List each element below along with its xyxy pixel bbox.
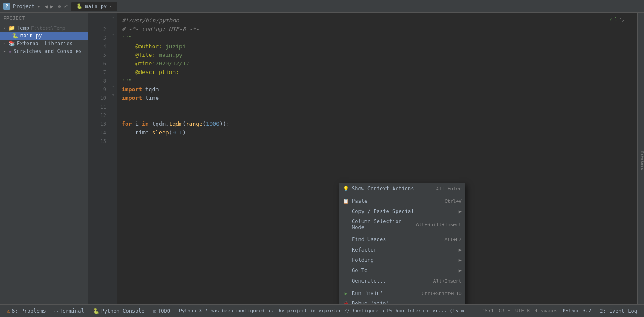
sidebar-item-external-libraries[interactable]: ▸ 📚 External Libraries: [0, 40, 88, 47]
terminal-icon: ▭: [55, 308, 58, 314]
menu-item-show-context-actions[interactable]: 💡 Show Context Actions Alt+Enter: [339, 183, 465, 194]
interpreter[interactable]: Python 3.7: [563, 308, 591, 314]
code-line-9: import tqdm: [122, 85, 637, 94]
menu-item-refactor[interactable]: Refactor ▶: [339, 245, 465, 255]
menu-item-find-usages[interactable]: Find Usages Alt+F7: [339, 234, 465, 245]
menu-separator-3: [339, 287, 465, 287]
project-dropdown-icon[interactable]: ▾: [37, 3, 40, 9]
file-tab-icon: 🐍: [77, 3, 83, 9]
context-actions-icon: 💡: [342, 185, 349, 192]
gutter-fold-10[interactable]: ▿: [110, 90, 117, 99]
python-console-label: Python Console: [101, 308, 145, 314]
status-bar: ⚠ 6: Problems ▭ Terminal 🐍 Python Consol…: [0, 304, 644, 317]
status-message: Python 3.7 has been configured as the pr…: [176, 308, 481, 314]
editor-tab-main-py[interactable]: 🐍 main.py ✕: [71, 2, 117, 11]
menu-item-find-usages-label: Find Usages: [352, 236, 441, 242]
menu-item-run-main[interactable]: ▶ Run 'main' Ctrl+Shift+F10: [339, 288, 465, 298]
code-line-12: [122, 111, 637, 120]
find-usages-icon: [342, 236, 349, 243]
column-selection-icon: [342, 221, 349, 228]
menu-item-folding[interactable]: Folding ▶: [339, 255, 465, 265]
title-bar-left: P Project ▾ ◀ ▶ ⚙ ⤢: [3, 3, 68, 10]
maximize-icon[interactable]: ⤢: [64, 3, 68, 9]
refactor-icon: [342, 246, 349, 253]
far-right-database-label[interactable]: Database: [640, 151, 644, 170]
encoding[interactable]: UTF-8: [515, 308, 530, 314]
gutter-fold-6: [110, 56, 117, 65]
menu-item-show-context-actions-shortcut: Alt+Enter: [436, 186, 462, 192]
code-line-4: @author: juzipi: [122, 42, 637, 51]
sidebar-item-main-py-label: main.py: [20, 33, 42, 39]
scratches-icon: ✏: [9, 48, 12, 54]
python-console-icon: 🐍: [93, 308, 99, 314]
tab-filename: main.py: [85, 3, 107, 9]
menu-item-show-context-actions-label: Show Context Actions: [352, 186, 432, 192]
inspection-status[interactable]: ✓ 1 ⌃⌄: [609, 16, 624, 22]
gutter-fold-15: [110, 134, 117, 142]
gutter-fold-7: [110, 65, 117, 73]
checkmark-arrows[interactable]: ⌃⌄: [619, 17, 624, 22]
gutter-fold-9[interactable]: ▿: [110, 82, 117, 90]
file-icon-main-py: 🐍: [12, 33, 18, 39]
line-ending[interactable]: CRLF: [499, 308, 510, 314]
problems-label: 6: Problems: [12, 308, 46, 314]
sidebar-item-temp[interactable]: ▾ 📁 Temp F:\test\Temp: [0, 24, 88, 32]
sidebar-item-temp-path: F:\test\Temp: [31, 25, 65, 31]
status-tab-problems[interactable]: ⚠ 6: Problems: [3, 307, 49, 315]
go-to-arrow: ▶: [459, 267, 462, 273]
menu-item-generate-label: Generate...: [352, 278, 430, 284]
code-line-14: time.sleep(0.1): [122, 128, 637, 137]
code-line-11: [122, 103, 637, 111]
status-tab-event-log[interactable]: 2: Event Log: [596, 307, 641, 315]
menu-item-debug-main-label: Debug 'main': [352, 301, 462, 304]
folding-icon: [342, 257, 349, 264]
tree-arrow-external: ▸: [3, 41, 9, 46]
gutter-fold-4: [110, 39, 117, 47]
title-bar: P Project ▾ ◀ ▶ ⚙ ⤢ 🐍 main.py ✕: [0, 0, 644, 13]
project-icon: P: [3, 3, 10, 10]
copy-paste-special-arrow: ▶: [459, 208, 462, 214]
code-line-6: @time:2020/12/12: [122, 59, 637, 68]
menu-item-go-to-label: Go To: [352, 267, 457, 273]
menu-separator-2: [339, 233, 465, 233]
menu-item-paste-label: Paste: [352, 198, 441, 204]
forward-icon[interactable]: ▶: [50, 3, 53, 9]
gutter-fold-13: [110, 116, 117, 125]
code-line-13: for i in tqdm.tqdm(range(1000)):: [122, 120, 637, 128]
checkmark-icon: ✓: [609, 16, 612, 22]
gutter-fold-2: [110, 22, 117, 30]
indent[interactable]: 4 spaces: [535, 308, 558, 314]
menu-item-generate[interactable]: Generate... Alt+Insert: [339, 276, 465, 286]
sidebar-item-scratches-label: Scratches and Consoles: [13, 48, 82, 54]
sidebar-header: Project: [0, 13, 88, 24]
checkmark-count: 1: [614, 16, 617, 22]
back-icon[interactable]: ◀: [45, 3, 48, 9]
menu-item-column-selection[interactable]: Column Selection Mode Alt+Shift+Insert: [339, 217, 465, 232]
menu-item-debug-main[interactable]: 🐞 Debug 'main': [339, 298, 465, 304]
project-label: Project: [13, 3, 35, 9]
gutter-fold-1[interactable]: ▿: [110, 13, 117, 22]
code-line-7: @description:: [122, 68, 637, 77]
status-tab-todo[interactable]: ☑ TODO: [150, 307, 174, 315]
cursor-position[interactable]: 15:1: [482, 308, 494, 314]
menu-item-column-selection-shortcut: Alt+Shift+Insert: [416, 222, 462, 227]
gutter-fold-3[interactable]: ▿: [110, 30, 117, 39]
status-tab-python-console[interactable]: 🐍 Python Console: [89, 307, 148, 315]
tab-close-icon[interactable]: ✕: [109, 4, 112, 9]
menu-item-go-to[interactable]: Go To ▶: [339, 265, 465, 276]
sidebar-item-main-py[interactable]: 🐍 main.py: [0, 32, 88, 40]
status-tab-terminal[interactable]: ▭ Terminal: [51, 307, 88, 315]
gutter-fold-8: [110, 73, 117, 82]
sidebar-item-external-label: External Libraries: [17, 40, 73, 47]
paste-icon: 📋: [342, 198, 349, 205]
settings-icon[interactable]: ⚙: [58, 3, 61, 9]
sidebar-item-scratches[interactable]: ▸ ✏ Scratches and Consoles: [0, 47, 88, 55]
menu-item-paste[interactable]: 📋 Paste Ctrl+V: [339, 196, 465, 206]
refactor-arrow: ▶: [459, 247, 462, 253]
folding-arrow: ▶: [459, 257, 462, 263]
code-line-3: """: [122, 34, 637, 42]
menu-item-run-main-shortcut: Ctrl+Shift+F10: [422, 291, 462, 296]
code-line-8: """: [122, 77, 637, 85]
terminal-label: Terminal: [59, 308, 84, 314]
menu-item-copy-paste-special[interactable]: Copy / Paste Special ▶: [339, 206, 465, 217]
